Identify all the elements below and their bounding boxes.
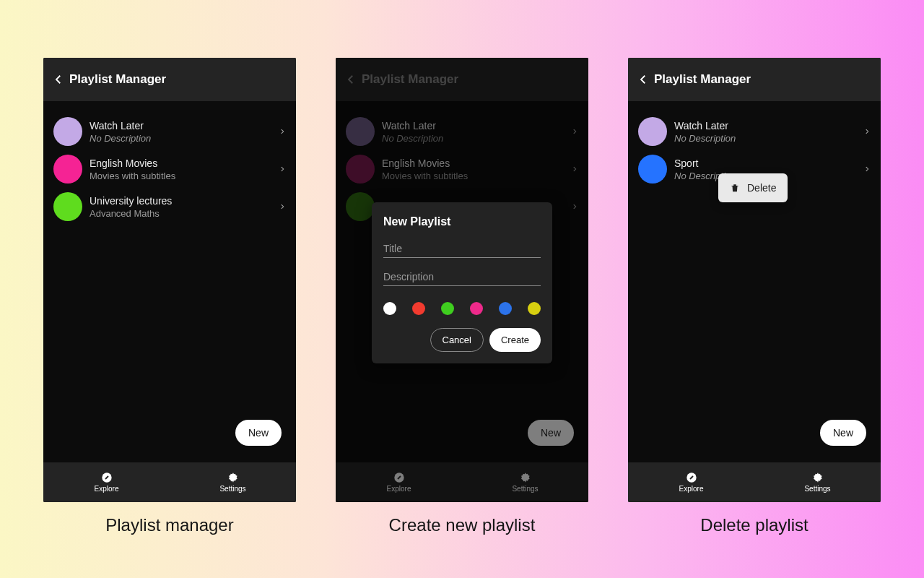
playlist-row[interactable]: English MoviesMovies with subtitles xyxy=(51,150,289,188)
playlist-color-dot xyxy=(53,155,82,184)
screen-caption: Playlist manager xyxy=(105,515,233,535)
playlist-title-input[interactable] xyxy=(383,240,541,258)
playlist-title: Watch Later xyxy=(674,119,736,132)
tab-label: Explore xyxy=(387,485,411,493)
playlist-color-dot xyxy=(53,117,82,146)
new-playlist-button: New xyxy=(528,420,574,446)
create-button[interactable]: Create xyxy=(489,328,541,352)
back-button[interactable] xyxy=(52,73,65,86)
screen-delete-playlist: Playlist Manager Watch LaterNo Descripti… xyxy=(628,58,881,502)
page-title: Playlist Manager xyxy=(69,72,166,87)
gear-icon xyxy=(520,472,531,483)
screen-caption: Delete playlist xyxy=(700,515,808,535)
tab-label: Settings xyxy=(512,485,538,493)
color-swatch[interactable] xyxy=(499,302,512,315)
chevron-right-icon xyxy=(279,163,286,176)
chevron-left-icon xyxy=(637,73,650,86)
tab-label: Explore xyxy=(679,485,704,493)
tab-settings[interactable]: Settings xyxy=(754,462,881,502)
new-playlist-button[interactable]: New xyxy=(820,420,866,446)
color-swatch-row xyxy=(383,302,541,315)
playlist-list: Watch LaterNo DescriptionEnglish MoviesM… xyxy=(43,101,296,462)
color-swatch[interactable] xyxy=(412,302,425,315)
dialog-title: New Playlist xyxy=(383,215,541,228)
playlist-title: University lectures xyxy=(90,194,172,207)
trash-icon xyxy=(730,183,740,193)
color-swatch[interactable] xyxy=(383,302,396,315)
gear-icon xyxy=(812,472,824,483)
topbar: Playlist Manager xyxy=(43,58,296,101)
tab-explore[interactable]: Explore xyxy=(43,462,170,502)
compass-icon xyxy=(686,472,697,483)
chevron-right-icon xyxy=(863,125,871,138)
color-swatch[interactable] xyxy=(528,302,541,315)
playlist-title: English Movies xyxy=(90,157,175,170)
tab-label: Settings xyxy=(219,485,245,493)
playlist-color-dot xyxy=(53,192,82,221)
gear-icon xyxy=(227,472,239,483)
chevron-right-icon xyxy=(279,200,286,213)
playlist-description: No Description xyxy=(90,133,151,144)
back-button[interactable] xyxy=(637,73,650,86)
playlist-description: Advanced Maths xyxy=(90,208,172,219)
compass-icon xyxy=(393,472,405,483)
compass-icon xyxy=(101,472,113,483)
playlist-list: Watch LaterNo DescriptionSportNo Descrip… xyxy=(628,101,881,462)
bottombar: Explore Settings xyxy=(628,462,881,502)
tab-label: Explore xyxy=(95,485,119,493)
color-swatch[interactable] xyxy=(470,302,483,315)
context-menu-delete[interactable]: Delete xyxy=(718,173,788,202)
playlist-row[interactable]: University lecturesAdvanced Maths xyxy=(51,188,289,225)
bottombar: Explore Settings xyxy=(43,462,296,502)
playlist-color-dot xyxy=(638,155,667,184)
playlist-row[interactable]: Watch LaterNo Description xyxy=(635,113,873,150)
chevron-left-icon xyxy=(52,73,65,86)
playlist-row[interactable]: Watch LaterNo Description xyxy=(51,113,289,150)
playlist-description: No Description xyxy=(674,133,736,144)
tab-explore[interactable]: Explore xyxy=(628,462,754,502)
screen-playlist-manager: Playlist Manager Watch LaterNo Descripti… xyxy=(43,58,296,502)
tab-label: Settings xyxy=(804,485,830,493)
cancel-button[interactable]: Cancel xyxy=(430,328,484,352)
chevron-right-icon xyxy=(863,163,871,176)
playlist-color-dot xyxy=(638,117,667,146)
screen-create-playlist: Playlist Manager Watch LaterNo Descripti… xyxy=(336,58,588,502)
playlist-description: Movies with subtitles xyxy=(90,171,175,181)
screen-caption: Create new playlist xyxy=(389,515,536,535)
topbar: Playlist Manager xyxy=(628,58,881,101)
new-playlist-button[interactable]: New xyxy=(235,420,282,446)
playlist-title: Sport xyxy=(674,157,736,170)
context-menu-label: Delete xyxy=(747,182,776,194)
new-playlist-dialog: New Playlist Cancel Create xyxy=(372,202,552,363)
playlist-title: Watch Later xyxy=(90,119,151,132)
page-title: Playlist Manager xyxy=(654,72,751,87)
chevron-right-icon xyxy=(279,125,286,138)
color-swatch[interactable] xyxy=(441,302,454,315)
tab-settings[interactable]: Settings xyxy=(170,462,296,502)
playlist-description-input[interactable] xyxy=(383,268,541,286)
